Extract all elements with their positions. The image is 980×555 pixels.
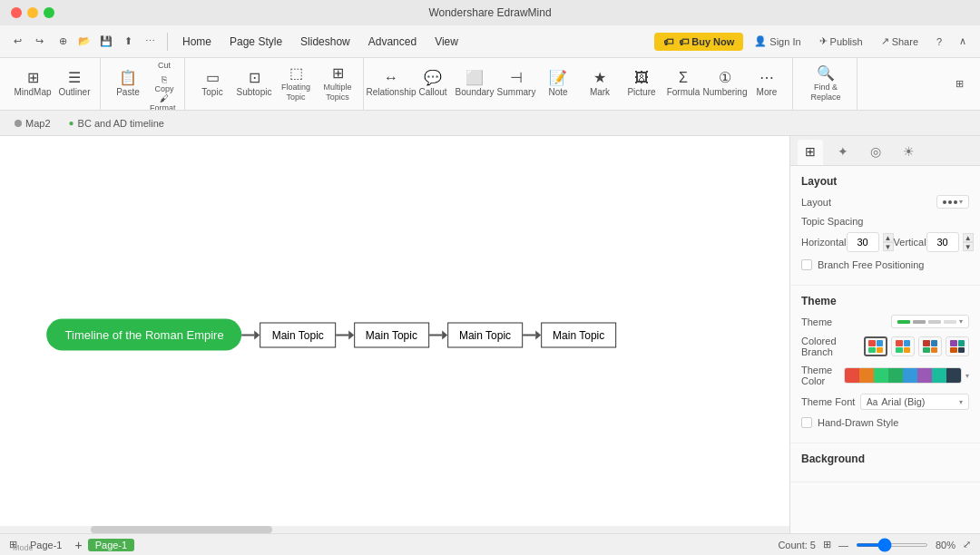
menu-home[interactable]: Home (175, 32, 219, 52)
picture-button[interactable]: 🖼 Picture (622, 62, 662, 107)
menu-advanced[interactable]: Advanced (361, 32, 424, 52)
buy-now-icon: 🏷 (663, 36, 673, 47)
add-page-button[interactable]: + (74, 538, 82, 552)
user-icon: 👤 (754, 35, 767, 47)
hand-drawn-checkbox[interactable] (801, 417, 812, 428)
panel-tab-style[interactable]: ◎ (863, 140, 888, 165)
publish-button[interactable]: ✈ Publish (812, 32, 870, 51)
note-button[interactable]: 📝 Note (538, 62, 578, 107)
menu-page-style[interactable]: Page Style (222, 32, 289, 52)
theme-preview-control[interactable]: ▾ (891, 315, 969, 328)
theme-row: Theme ▾ (801, 315, 969, 328)
mindmap-container: Timeline of the Roman Empire Main Topic … (47, 319, 617, 351)
tabbar: Map2 ● BC and AD timeline (0, 111, 980, 136)
cb-option-2[interactable] (891, 336, 915, 356)
maximize-button[interactable] (44, 7, 54, 18)
cb-option-3[interactable] (918, 336, 942, 356)
horizontal-spinners: ▲ ▼ (883, 233, 894, 251)
cb-option-1[interactable] (864, 336, 887, 356)
central-node[interactable]: Timeline of the Roman Empire (47, 319, 242, 351)
line-4 (523, 334, 535, 336)
theme-section-title: Theme (801, 295, 969, 307)
vertical-input[interactable] (926, 232, 959, 252)
menu-view[interactable]: View (427, 32, 466, 52)
tab-bc-ad-label: BC and AD timeline (78, 118, 164, 129)
redo-button[interactable]: ↪ (29, 32, 49, 52)
close-button[interactable] (11, 7, 22, 18)
color-dark (946, 368, 961, 383)
connector-3 (429, 330, 447, 339)
horizontal-down[interactable]: ▼ (883, 242, 894, 251)
floating-topic-button[interactable]: ⬚ FloatingTopic (276, 62, 316, 107)
color-blue (903, 368, 917, 383)
vertical-up[interactable]: ▲ (963, 233, 974, 242)
minimize-button[interactable] (27, 7, 38, 18)
topic-group: ▭ Topic ⊡ Subtopic ⬚ FloatingTopic ⊞ Mul… (187, 58, 364, 110)
outliner-button[interactable]: ☰ Outliner (54, 62, 94, 107)
more-button[interactable]: ⋯ (140, 32, 160, 52)
find-replace-button[interactable]: 🔍 Find &Replace (800, 62, 851, 107)
cut-button[interactable]: ✂ Cut (150, 58, 179, 72)
canvas[interactable]: Timeline of the Roman Empire Main Topic … (0, 136, 789, 533)
undo-button[interactable]: ↩ (7, 32, 27, 52)
horizontal-input[interactable] (847, 232, 879, 252)
share-button[interactable]: ↗ Share (874, 32, 926, 51)
canvas-scrollbar[interactable] (0, 526, 789, 533)
boundary-button[interactable]: ⬜ Boundary (455, 62, 495, 107)
format-painter-button[interactable]: 🖌 Format Painter (150, 97, 179, 112)
cb-grid-1 (868, 340, 883, 353)
formula-button[interactable]: Σ Formula (663, 62, 703, 107)
scrollbar-thumb[interactable] (91, 526, 272, 533)
expand-button[interactable]: ∧ (953, 32, 973, 52)
topic-node-4[interactable]: Main Topic (541, 322, 616, 347)
panel-tab-theme[interactable]: ☀ (896, 140, 921, 165)
callout-button[interactable]: 💬 Callout (413, 62, 453, 107)
numbering-button[interactable]: ① Numbering (705, 62, 745, 107)
more-button[interactable]: ⋯ More (747, 62, 787, 107)
expand-icon[interactable]: ⤢ (963, 539, 971, 550)
layout-dots-control[interactable]: ▾ (936, 195, 969, 209)
help-button[interactable]: ? (929, 32, 949, 52)
panel-tab-ai[interactable]: ✦ (830, 140, 856, 165)
topic-button[interactable]: ▭ Topic (192, 62, 232, 107)
horizontal-up[interactable]: ▲ (883, 233, 894, 242)
topic-node-2[interactable]: Main Topic (354, 322, 429, 347)
topic-node-3[interactable]: Main Topic (447, 322, 523, 347)
relationship-button[interactable]: ↔ Relationship (371, 62, 411, 107)
outliner-icon: ☰ (68, 71, 81, 85)
tab-map2[interactable]: Map2 (7, 116, 58, 131)
multiple-topics-button[interactable]: ⊞ MultipleTopics (318, 62, 358, 107)
sign-in-button[interactable]: 👤 Sign In (747, 32, 808, 51)
tab-bc-ad[interactable]: ● BC and AD timeline (62, 116, 172, 131)
topic-node-1[interactable]: Main Topic (260, 322, 336, 347)
export-button[interactable]: ⬆ (118, 32, 138, 52)
mindmap-button[interactable]: ⊞ MindMap (13, 62, 53, 107)
new-button[interactable]: ⊕ (53, 32, 73, 52)
vertical-down[interactable]: ▼ (963, 242, 974, 251)
colored-branch-options (864, 336, 969, 356)
zoom-slider[interactable] (856, 543, 928, 547)
paste-button[interactable]: 📋 Paste (108, 62, 148, 107)
status-icon-1: ⊞ (823, 539, 831, 550)
panel-toggle-button[interactable]: ⊞ (949, 74, 969, 94)
tab-active-indicator: ● (69, 118, 74, 128)
background-section: Background (790, 443, 980, 482)
summary-button[interactable]: ⊣ Summary (496, 62, 536, 107)
buy-now-button[interactable]: 🏷 🏷 Buy Now (654, 33, 743, 51)
subtopic-button[interactable]: ⊡ Subtopic (234, 62, 274, 107)
buy-now-label: 🏷 Buy Now (679, 36, 734, 47)
mark-button[interactable]: ★ Mark (580, 62, 620, 107)
branch-free-checkbox[interactable] (801, 259, 812, 270)
theme-dot-gray3 (944, 320, 956, 324)
open-button[interactable]: 📂 (74, 32, 94, 52)
copy-button[interactable]: ⎘ Copy (150, 73, 179, 95)
page-active[interactable]: Page-1 (88, 539, 134, 551)
multiple-topics-icon: ⊞ (332, 66, 344, 81)
menu-slideshow[interactable]: Slideshow (293, 32, 358, 52)
cb-option-4[interactable] (946, 336, 969, 356)
panel-tab-layout[interactable]: ⊞ (798, 140, 823, 165)
theme-font-select[interactable]: Aa Arial (Big) ▾ (860, 394, 969, 410)
theme-color-strip[interactable] (844, 367, 962, 384)
dropdown-arrow-theme: ▾ (959, 317, 963, 326)
save-button[interactable]: 💾 (96, 32, 116, 52)
